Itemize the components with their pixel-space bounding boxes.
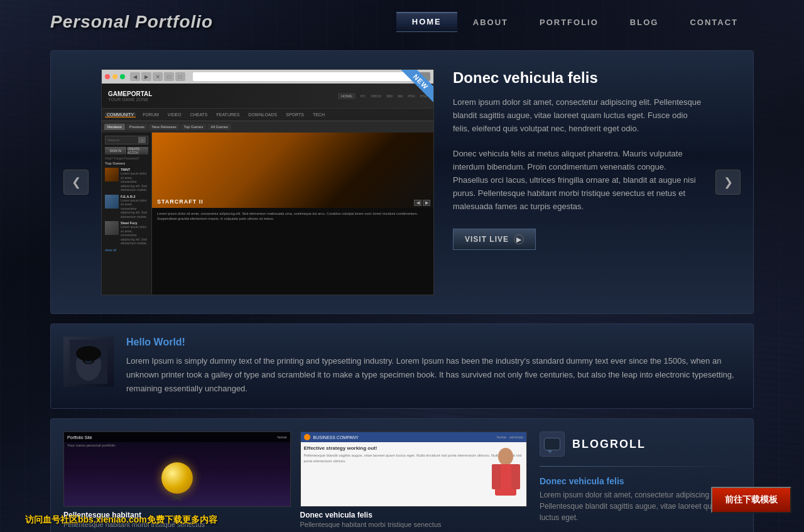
slider-visit-button[interactable]: VISIT LIVE ▶ bbox=[453, 229, 536, 250]
slider-body-2: Donec vehicula felis at metus aliquet ph… bbox=[453, 148, 703, 213]
svg-point-6 bbox=[76, 346, 101, 361]
nav-item-portfolio[interactable]: PORTFOLIO bbox=[524, 13, 614, 32]
browser-url-bar[interactable] bbox=[193, 72, 413, 81]
blogroll-item-1-text: Lorem ipsum dolor sit amet, consectetur … bbox=[540, 489, 741, 523]
new-badge-label: NEW bbox=[397, 69, 434, 106]
blog-post-text: Lorem Ipsum is simply dummy text of the … bbox=[126, 354, 741, 396]
blogroll: BLOGROLL Donec vehicula felis Lorem ipsu… bbox=[540, 432, 741, 532]
portfolio-item-2-text: Pellentesque habitant morbi tristique se… bbox=[300, 521, 528, 528]
blogroll-item-1-title: Donec vehicula felis bbox=[540, 476, 741, 486]
browser-reload-btn[interactable]: □ bbox=[175, 72, 185, 81]
blogroll-item-1: Donec vehicula felis Lorem ipsum dolor s… bbox=[540, 476, 741, 523]
portfolio-item-2: BUSINESS COMPANY home services Effective… bbox=[300, 432, 528, 532]
browser-home-btn[interactable]: □ bbox=[164, 72, 174, 81]
game-site-preview: GAMEPORTAL YOUR GAME ZONE HOME PC XBOX 3… bbox=[102, 84, 433, 295]
game-auth-buttons: SIGN IN CREATE ACCOU bbox=[105, 147, 148, 155]
browser-dot-red bbox=[105, 74, 110, 79]
game-search-box: Search ⌕ bbox=[105, 136, 148, 144]
portfolio-caption-2: Donec vehicula felis Pellentesque habita… bbox=[300, 507, 528, 532]
blog-post-title: Hello World! bbox=[126, 337, 741, 348]
game-list-item-fear: F.E.A.R.2 Lorem ipsum dolor sit amet, co… bbox=[105, 195, 148, 219]
game-feature-image: STARCRAFT II ◀ ▶ bbox=[152, 133, 433, 208]
portfolio-bike-decoration: 🏍 bbox=[171, 490, 183, 503]
download-button[interactable]: 前往下载模板 bbox=[711, 487, 791, 513]
blog-thumb-image bbox=[70, 340, 107, 384]
slider-text-area: Donec vehicula felis Lorem ipsum dolor s… bbox=[453, 69, 703, 250]
nav-item-contact[interactable]: CONTACT bbox=[674, 13, 754, 32]
nav-item-about[interactable]: ABOUT bbox=[457, 13, 524, 32]
slider-next-button[interactable]: ❯ bbox=[715, 170, 741, 195]
blogroll-title: BLOGROLL bbox=[572, 438, 646, 451]
blog-section: Hello World! Lorem Ipsum is simply dummy… bbox=[50, 323, 754, 409]
main-nav: HOME ABOUT PORTFOLIO BLOG CONTACT bbox=[396, 12, 754, 32]
slider-title: Donec vehicula felis bbox=[453, 69, 703, 87]
slider-body-1: Lorem ipsum dolor sit amet, consectetur … bbox=[453, 96, 703, 135]
game-logo: GAMEPORTAL YOUR GAME ZONE bbox=[108, 90, 152, 102]
browser-back-btn[interactable]: ◀ bbox=[130, 72, 140, 81]
browser-dot-green bbox=[120, 74, 125, 79]
blogroll-divider bbox=[540, 466, 741, 467]
blog-content: Hello World! Lorem Ipsum is simply dummy… bbox=[126, 337, 741, 396]
svg-rect-9 bbox=[492, 464, 501, 489]
game-list-item-steelfury: Steel Fury Lorem ipsum dolor sit amet, c… bbox=[105, 221, 148, 246]
slider-section: ❮ ◀ ▶ ✕ □ □ bbox=[50, 50, 754, 314]
browser-dot-yellow bbox=[112, 74, 117, 79]
svg-rect-10 bbox=[511, 464, 520, 489]
game-feature-text: Lorem ipsum dolor sit amet, consectetur … bbox=[152, 208, 433, 225]
game-nav-controls: ◀ ▶ bbox=[414, 200, 430, 206]
header: Personal Portfolio HOME ABOUT PORTFOLIO … bbox=[50, 0, 754, 44]
game-list-item-tmnt: TMNT Lorem ipsum dolor sit amet, consect… bbox=[105, 168, 148, 192]
watermark: 访问血号社区bbs.xieniao.com免费下载更多内容 bbox=[25, 514, 217, 526]
game-feature-title: STARCRAFT II bbox=[157, 198, 204, 205]
browser-bar: ◀ ▶ ✕ □ □ bbox=[102, 70, 433, 84]
portfolio-screenshot-1: Portfolio Site home Your name personal p… bbox=[63, 432, 291, 507]
game-sidebar: Search ⌕ SIGN IN CREATE ACCOU Help? Forg… bbox=[102, 133, 152, 295]
portfolio-item-2-title: Donec vehicula felis bbox=[300, 511, 528, 519]
game-site-header: GAMEPORTAL YOUR GAME ZONE HOME PC XBOX 3… bbox=[102, 84, 433, 109]
new-badge: NEW bbox=[386, 69, 434, 117]
game-site-tabs: Reviews Previews New Releases Top Games … bbox=[102, 121, 433, 133]
chat-bubble-icon bbox=[544, 438, 560, 450]
nav-item-blog[interactable]: BLOG bbox=[614, 13, 675, 32]
game-site-body: Search ⌕ SIGN IN CREATE ACCOU Help? Forg… bbox=[102, 133, 433, 295]
blogroll-icon bbox=[540, 432, 565, 457]
slider-content: ◀ ▶ ✕ □ □ GAMEPORTAL YO bbox=[101, 69, 703, 295]
slider-image: ◀ ▶ ✕ □ □ GAMEPORTAL YO bbox=[101, 69, 434, 295]
blogroll-header: BLOGROLL bbox=[540, 432, 741, 457]
site-logo: Personal Portfolio bbox=[50, 12, 213, 32]
game-site-nav-bar: COMMUNITY FORUM VIDEO CHEATS FEATURES DO… bbox=[102, 109, 433, 121]
portfolio-moon-decoration bbox=[161, 462, 193, 494]
visit-btn-arrow-icon: ▶ bbox=[514, 234, 524, 244]
browser-close-btn[interactable]: ✕ bbox=[153, 72, 163, 81]
portfolio-person-silhouette bbox=[489, 445, 523, 502]
browser-nav-buttons: ◀ ▶ ✕ □ □ bbox=[130, 72, 185, 81]
slider-prev-button[interactable]: ❮ bbox=[63, 170, 89, 195]
portfolio-site2-logo bbox=[304, 434, 310, 440]
nav-item-home[interactable]: HOME bbox=[396, 12, 457, 32]
game-main-content: STARCRAFT II ◀ ▶ Lorem ipsum dolor sit a… bbox=[152, 133, 433, 295]
browser-forward-btn[interactable]: ▶ bbox=[141, 72, 151, 81]
browser-mockup: ◀ ▶ ✕ □ □ GAMEPORTAL YO bbox=[102, 70, 433, 295]
blog-thumbnail bbox=[63, 337, 114, 387]
svg-point-7 bbox=[498, 448, 513, 465]
portfolio-screenshot-2: BUSINESS COMPANY home services Effective… bbox=[300, 432, 528, 507]
